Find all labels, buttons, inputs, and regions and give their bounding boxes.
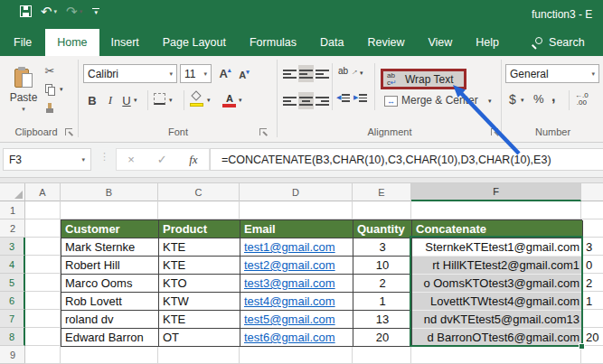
column-header-a[interactable]: A: [25, 183, 61, 201]
top-align-button[interactable]: [282, 65, 297, 82]
cell-quantity[interactable]: 1: [353, 293, 412, 311]
fill-color-dropdown-icon[interactable]: ▾: [207, 97, 211, 104]
column-header-d[interactable]: D: [240, 183, 353, 201]
cell-customer[interactable]: Mark Sternke: [61, 238, 159, 257]
cell-product[interactable]: KTE: [159, 238, 240, 257]
bold-button[interactable]: B: [85, 91, 99, 109]
percent-style-button[interactable]: %: [533, 92, 544, 106]
font-dialog-launcher-icon[interactable]: [259, 128, 267, 135]
column-header-c[interactable]: C: [158, 183, 240, 201]
cell-concatenate[interactable]: rt HillKTEtest2@gmail.com1: [412, 257, 583, 275]
cell-concatenate[interactable]: nd dvKTEtest5@gmail.com13: [412, 311, 583, 329]
font-size-combobox[interactable]: 11▾: [180, 64, 212, 83]
column-header-e[interactable]: E: [353, 183, 411, 201]
orientation-dropdown-icon[interactable]: ▾: [360, 70, 363, 77]
cell-quantity[interactable]: 10: [353, 257, 412, 275]
font-name-combobox[interactable]: Calibri▾: [83, 64, 177, 83]
header-cell-quantity[interactable]: Quantity: [353, 220, 412, 238]
row-header-5[interactable]: 5: [0, 274, 25, 292]
tab-review[interactable]: Review: [355, 29, 416, 56]
row-header-3[interactable]: 3: [0, 238, 25, 256]
cell-customer[interactable]: Marco Ooms: [61, 275, 159, 293]
format-painter-button[interactable]: [42, 101, 58, 116]
tab-formulas[interactable]: Formulas: [238, 29, 308, 56]
cell-email[interactable]: test6@gmail.com: [240, 329, 353, 347]
worksheet-grid[interactable]: A B C D E F 1 2 3 4 5 6 7 8 9 Customer P…: [0, 183, 603, 364]
middle-align-button[interactable]: [298, 65, 314, 82]
italic-button[interactable]: I: [104, 91, 117, 109]
row-header-1[interactable]: 1: [0, 201, 25, 219]
fill-handle[interactable]: [579, 343, 585, 350]
cell-concatenate[interactable]: d BarronOTtest6@gmail.com: [412, 329, 583, 347]
column-header-b[interactable]: B: [61, 183, 158, 201]
email-link[interactable]: test3@gmail.com: [244, 276, 335, 290]
undo-button[interactable]: ↶▾: [41, 5, 57, 18]
cell-customer[interactable]: Edward Barron: [61, 329, 159, 347]
decrease-font-size-button[interactable]: A▾: [236, 67, 252, 82]
tab-file[interactable]: File: [0, 29, 45, 56]
email-link[interactable]: test6@gmail.com: [244, 331, 335, 344]
select-all-corner[interactable]: [0, 183, 25, 201]
cell-concatenate[interactable]: LovettKTWtest4@gmail.com: [412, 293, 583, 311]
comma-style-button[interactable]: ,: [551, 89, 555, 105]
tab-view[interactable]: View: [416, 29, 464, 56]
cell-email[interactable]: test1@gmail.com: [240, 238, 353, 257]
header-cell-product[interactable]: Product: [159, 220, 240, 238]
merge-center-label[interactable]: Merge & Center: [401, 94, 478, 107]
save-icon[interactable]: [20, 5, 32, 17]
column-header-f[interactable]: F: [411, 183, 581, 201]
email-link[interactable]: test4@gmail.com: [244, 294, 335, 308]
cell-product[interactable]: KTO: [159, 275, 240, 293]
column-header-g[interactable]: [581, 183, 603, 201]
cell-product[interactable]: KTE: [159, 311, 240, 329]
cell-quantity[interactable]: 13: [353, 311, 412, 329]
tab-help[interactable]: Help: [464, 29, 511, 56]
alignment-dialog-launcher-icon[interactable]: [491, 128, 498, 135]
paste-button[interactable]: Paste ▾: [7, 61, 40, 119]
row-header-8[interactable]: 8: [0, 328, 25, 346]
cell-product[interactable]: KTE: [159, 257, 240, 275]
cell-product[interactable]: KTW: [159, 293, 240, 311]
row-header-9[interactable]: 9: [0, 346, 25, 364]
cell-quantity[interactable]: 3: [353, 238, 412, 257]
cancel-icon[interactable]: ×: [127, 153, 135, 166]
merge-center-dropdown-icon[interactable]: ▾: [488, 98, 492, 105]
formula-input[interactable]: =CONCATENATE(B3,CHAR(10),C3,CHAR(10),D3,…: [210, 148, 603, 171]
orientation-button[interactable]: ab→: [338, 66, 358, 76]
row-header-2[interactable]: 2: [0, 219, 25, 238]
email-link[interactable]: test1@gmail.com: [244, 240, 335, 254]
increase-decimal-button[interactable]: ←.0 .00: [575, 92, 589, 107]
cell-customer[interactable]: roland dv: [61, 311, 159, 329]
bottom-align-button[interactable]: [315, 65, 330, 82]
number-format-combobox[interactable]: General▾: [505, 64, 599, 83]
underline-dropdown-icon[interactable]: ▾: [134, 97, 137, 104]
align-center-button[interactable]: [298, 92, 314, 109]
align-right-button[interactable]: [315, 92, 330, 109]
wrap-text-button[interactable]: abc↵ Wrap Text: [381, 69, 466, 89]
cell-email[interactable]: test3@gmail.com: [240, 275, 353, 293]
cut-button[interactable]: ✂: [42, 63, 58, 78]
row-header-6[interactable]: 6: [0, 292, 25, 310]
email-link[interactable]: test2@gmail.com: [244, 258, 335, 272]
name-box[interactable]: F3 ▾: [3, 148, 91, 171]
align-left-button[interactable]: [282, 92, 297, 109]
font-color-dropdown-icon[interactable]: ▾: [239, 97, 242, 104]
accounting-format-button[interactable]: $: [509, 92, 516, 107]
email-link[interactable]: test5@gmail.com: [244, 313, 335, 326]
header-cell-concatenate[interactable]: Concatenate: [412, 220, 583, 238]
cell-quantity[interactable]: 20: [353, 329, 412, 347]
formula-bar-drag-handle[interactable]: ⋮: [99, 151, 109, 163]
cell-concatenate[interactable]: o OomsKTOtest3@gmail.com: [412, 275, 583, 293]
increase-indent-button[interactable]: ▶: [353, 94, 367, 102]
cell-customer[interactable]: Rob Lovett: [61, 293, 159, 311]
cell-quantity[interactable]: 2: [353, 275, 412, 293]
search-box[interactable]: Search: [531, 29, 585, 56]
row-header-4[interactable]: 4: [0, 256, 25, 274]
merge-center-button[interactable]: ↔: [384, 96, 398, 107]
accounting-dropdown-icon[interactable]: ▾: [521, 97, 524, 104]
cell-product[interactable]: OT: [159, 329, 240, 347]
cell-email[interactable]: test5@gmail.com: [240, 311, 353, 329]
tab-home[interactable]: Home: [45, 29, 99, 56]
decrease-indent-button[interactable]: ◀: [336, 94, 350, 102]
header-cell-customer[interactable]: Customer: [61, 220, 159, 238]
